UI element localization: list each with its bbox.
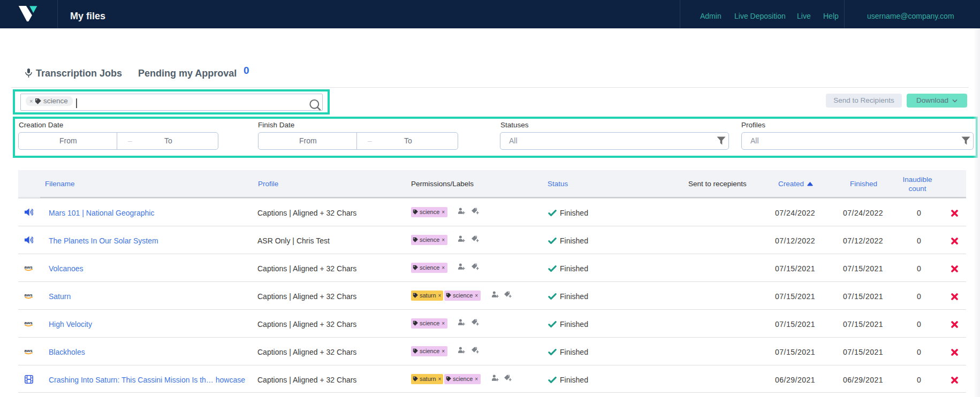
svg-text:aws: aws bbox=[25, 320, 33, 325]
svg-text:aws: aws bbox=[25, 293, 33, 297]
svg-text:aws: aws bbox=[25, 348, 33, 353]
svg-text:aws: aws bbox=[25, 265, 33, 270]
